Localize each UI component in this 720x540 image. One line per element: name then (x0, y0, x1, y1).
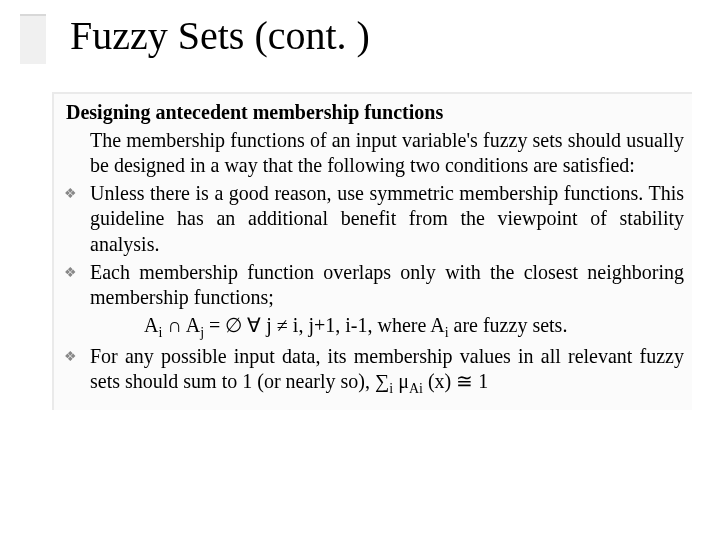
diamond-bullet-icon: ❖ (64, 344, 90, 370)
slide-title: Fuzzy Sets (cont. ) (40, 12, 720, 59)
diamond-bullet-icon: ❖ (64, 181, 90, 207)
content-panel: Designing antecedent membership function… (52, 92, 692, 410)
diamond-bullet-icon: ❖ (64, 260, 90, 286)
formula-line: Ai ∩ Aj = ∅ ∀ j ≠ i, j+1, i-1, where Ai … (64, 313, 684, 342)
title-accent-bar (20, 14, 46, 64)
formula-text: Ai ∩ Aj = ∅ ∀ j ≠ i, j+1, i-1, where Ai … (144, 314, 567, 336)
bullet-text: Unless there is a good reason, use symme… (90, 181, 684, 258)
bullet-text: For any possible input data, its members… (90, 344, 684, 399)
bullet-item: ❖ Unless there is a good reason, use sym… (64, 181, 684, 258)
bullet-item: ❖ For any possible input data, its membe… (64, 344, 684, 399)
bullet-item: ❖ Each membership function overlaps only… (64, 260, 684, 311)
title-area: Fuzzy Sets (cont. ) (0, 0, 720, 69)
intro-paragraph: The membership functions of an input var… (64, 128, 684, 179)
bullet-text: Each membership function overlaps only w… (90, 260, 684, 311)
section-heading: Designing antecedent membership function… (64, 100, 684, 126)
